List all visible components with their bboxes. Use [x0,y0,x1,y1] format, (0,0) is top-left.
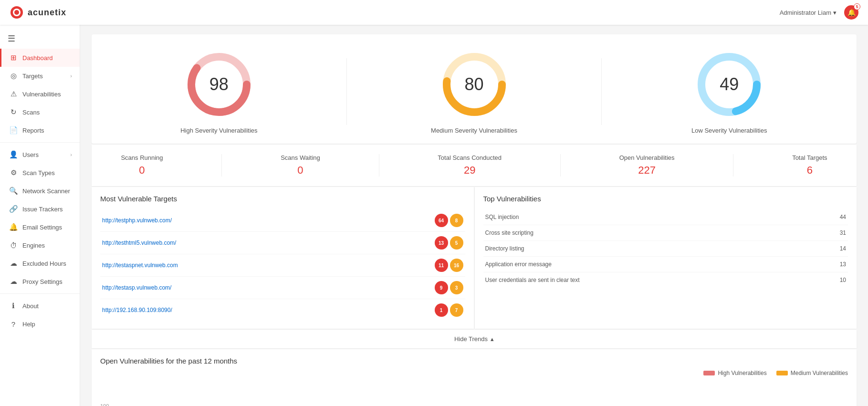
legend-swatch-high [703,371,715,375]
user-menu[interactable]: Administrator Liam ▾ [780,9,837,16]
target-url[interactable]: http://192.168.90.109:8090/ [100,299,359,322]
about-icon: ℹ [9,302,18,310]
severity-card-medium: 80 Medium Severity Vulnerabilities [347,49,602,134]
vuln-name[interactable]: Directory listing [483,241,814,257]
sidebar-item-dashboard[interactable]: ⊞ Dashboard [0,49,80,67]
target-url[interactable]: http://testphp.vulnweb.com/ [100,209,359,232]
proxy-settings-icon: ☁ [9,277,18,286]
target-url[interactable]: http://testhtml5.vulnweb.com/ [100,232,359,254]
stat-value-scans-waiting: 0 [297,164,303,177]
sidebar-item-excluded-hours[interactable]: ☁ Excluded Hours [0,254,80,272]
vuln-name[interactable]: Cross site scripting [483,225,814,241]
excluded-hours-icon: ☁ [9,259,18,268]
trends-section: Open Vulnerabilities for the past 12 mon… [92,349,857,406]
vuln-count: 10 [814,272,848,288]
logo-icon [10,5,24,20]
table-row[interactable]: http://testhtml5.vulnweb.com/ 13 5 [100,232,465,254]
vuln-name[interactable]: SQL injection [483,209,814,225]
sidebar-item-scans[interactable]: ↻ Scans [0,103,80,121]
chevron-up-icon: ▴ [491,335,494,343]
users-icon: 👤 [9,150,18,159]
severity-cards-row: 98 High Severity Vulnerabilities 80 Medi… [92,34,857,144]
hide-trends-button[interactable]: Hide Trends ▴ [454,335,494,343]
stat-value-open-vulns: 227 [638,164,656,177]
engines-icon: ⏱ [9,241,18,250]
badge-group: 1 7 [361,303,463,317]
vuln-name[interactable]: User credentials are sent in clear text [483,272,814,288]
legend-swatch-medium [776,371,788,375]
stat-total-targets: Total Targets 6 [792,154,827,177]
sidebar-label-excluded-hours: Excluded Hours [22,260,66,267]
table-row[interactable]: http://testasp.vulnweb.com/ 9 3 [100,277,465,299]
sidebar-item-reports[interactable]: 📄 Reports [0,121,80,139]
sidebar-label-users: Users [22,151,39,158]
svg-point-2 [14,10,19,15]
sidebar-label-scan-types: Scan Types [22,169,55,177]
target-url[interactable]: http://testaspnet.vulnweb.com [100,254,359,277]
stat-scans-running: Scans Running 0 [121,154,163,177]
high-label: High Severity Vulnerabilities [180,127,257,134]
table-row[interactable]: http://testphp.vulnweb.com/ 64 8 [100,209,465,232]
table-row[interactable]: http://192.168.90.109:8090/ 1 7 [100,299,465,322]
logo-area: acunetix [10,5,66,20]
severity-card-low: 49 Low Severity Vulnerabilities [602,49,857,134]
help-icon: ? [9,320,18,328]
main-content: 98 High Severity Vulnerabilities 80 Medi… [80,25,868,406]
vulnerabilities-icon: ⚠ [9,90,18,98]
sidebar-item-network-scanner[interactable]: 🔍 Network Scanner [0,182,80,200]
targets-icon: ◎ [9,72,18,80]
sidebar-item-email-settings[interactable]: 🔔 Email Settings [0,218,80,236]
target-url[interactable]: http://testasp.vulnweb.com/ [100,277,359,299]
sidebar-label-help: Help [22,321,35,328]
vuln-name[interactable]: Application error message [483,257,814,272]
vuln-count: 31 [814,225,848,241]
high-count: 98 [209,74,229,94]
sidebar-divider-2 [0,293,80,294]
sidebar-label-reports: Reports [22,127,44,134]
sidebar-item-targets[interactable]: ◎ Targets › [0,67,80,85]
hamburger-menu[interactable]: ☰ [0,29,80,49]
sidebar-item-users[interactable]: 👤 Users › [0,146,80,164]
stat-value-total-targets: 6 [807,164,813,177]
table-row[interactable]: User credentials are sent in clear text … [483,272,848,288]
badge-group: 9 3 [361,281,463,294]
sidebar-label-issue-trackers: Issue Trackers [22,206,63,213]
issue-trackers-icon: 🔗 [9,205,18,213]
table-row[interactable]: http://testaspnet.vulnweb.com 11 16 [100,254,465,277]
medium-badge: 16 [450,259,463,272]
sidebar-item-issue-trackers[interactable]: 🔗 Issue Trackers [0,200,80,218]
email-settings-icon: 🔔 [9,223,18,231]
chart-y-label: 100 [100,403,109,406]
low-count: 49 [720,74,739,94]
sidebar-item-about[interactable]: ℹ About [0,297,80,315]
sidebar-item-vulnerabilities[interactable]: ⚠ Vulnerabilities [0,85,80,103]
sidebar-label-about: About [22,302,39,310]
severity-card-high: 98 High Severity Vulnerabilities [92,49,346,134]
sidebar-item-engines[interactable]: ⏱ Engines [0,236,80,254]
header-right: Administrator Liam ▾ 🔔 5 [780,5,858,20]
sidebar-item-scan-types[interactable]: ⚙ Scan Types [0,164,80,182]
most-vulnerable-table: http://testphp.vulnweb.com/ 64 8 http://… [100,209,465,321]
user-label: Administrator Liam [780,9,831,16]
medium-count: 80 [464,74,483,94]
medium-label: Medium Severity Vulnerabilities [431,127,517,134]
chevron-down-icon: ▾ [833,9,837,16]
chevron-right-icon-users: › [70,152,72,157]
medium-badge: 5 [450,236,463,250]
donut-medium: 80 [439,49,510,120]
legend-label-medium: Medium Vulnerabilities [791,370,848,376]
table-row[interactable]: Cross site scripting 31 [483,225,848,241]
table-row[interactable]: Application error message 13 [483,257,848,272]
sidebar-item-help[interactable]: ? Help [0,315,80,333]
stat-label-scans-running: Scans Running [121,154,163,161]
hide-trends-label: Hide Trends [454,335,488,343]
sidebar-item-proxy-settings[interactable]: ☁ Proxy Settings [0,272,80,291]
chart-area [111,380,848,406]
table-row[interactable]: Directory listing 14 [483,241,848,257]
dashboard-icon: ⊞ [9,53,18,62]
notifications-button[interactable]: 🔔 5 [844,5,858,20]
medium-badge: 3 [450,281,463,294]
table-row[interactable]: SQL injection 44 [483,209,848,225]
stats-row: Scans Running 0 Scans Waiting 0 Total Sc… [92,145,857,186]
stat-open-vulns: Open Vulnerabilities 227 [619,154,675,177]
